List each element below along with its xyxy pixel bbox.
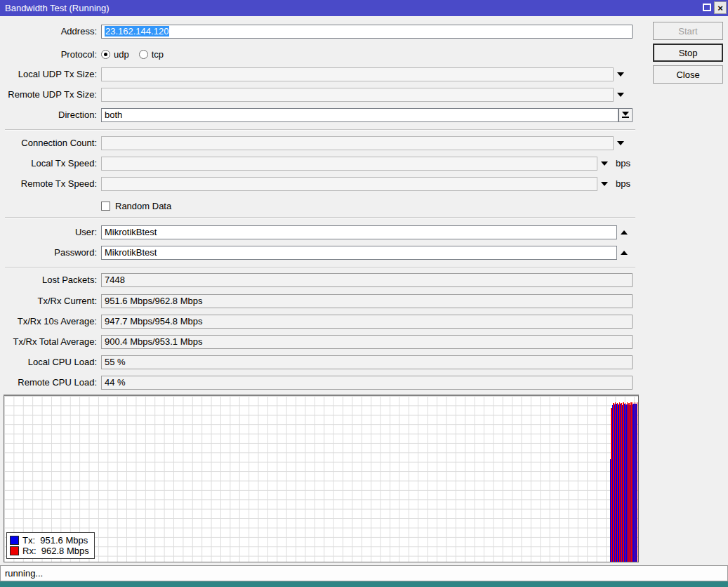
maximize-icon <box>703 4 711 11</box>
lost-packets-value: 7448 <box>105 275 125 285</box>
txrx-current-label: Tx/Rx Current: <box>0 296 101 306</box>
connection-count-label: Connection Count: <box>0 138 101 148</box>
remote-tx-speed-input[interactable] <box>101 177 597 191</box>
separator <box>5 267 635 268</box>
start-button[interactable]: Start <box>653 22 723 40</box>
chart-legend: Tx: 951.6 Mbps Rx: 962.8 Mbps <box>6 532 95 559</box>
address-input[interactable]: 23.162.144.120 <box>101 25 633 39</box>
txrx-10s-average-label: Tx/Rx 10s Average: <box>0 316 101 327</box>
user-collapse-icon[interactable] <box>617 225 631 239</box>
address-label: Address: <box>0 26 101 37</box>
tx-legend-label: Tx: 951.6 Mbps <box>22 535 88 546</box>
lost-packets-field: 7448 <box>101 273 633 287</box>
txrx-current-field: 951.6 Mbps/962.8 Mbps <box>101 294 633 308</box>
user-label: User: <box>0 227 101 237</box>
random-data-label: Random Data <box>115 201 171 211</box>
separator <box>5 129 635 131</box>
remote-udp-tx-size-input[interactable] <box>101 88 614 102</box>
protocol-tcp-radio[interactable] <box>139 50 148 59</box>
txrx-current-value: 951.6 Mbps/962.8 Mbps <box>105 296 202 306</box>
local-udp-tx-size-input[interactable] <box>101 67 614 81</box>
remote-udp-tx-size-label: Remote UDP Tx Size: <box>0 89 101 100</box>
bandwidth-test-window: Bandwidth Test (Running) × Address: 23.1… <box>0 0 728 587</box>
desktop-background-strip <box>0 581 728 587</box>
local-udp-tx-size-dropdown-icon[interactable] <box>614 67 628 81</box>
password-collapse-icon[interactable] <box>617 246 631 260</box>
status-text: running... <box>5 568 43 579</box>
local-tx-speed-input[interactable] <box>101 157 597 171</box>
chart-bars <box>610 396 637 562</box>
connection-count-input[interactable] <box>101 136 614 150</box>
separator <box>5 217 635 218</box>
direction-label: Direction: <box>0 110 101 120</box>
local-cpu-load-label: Local CPU Load: <box>0 357 101 367</box>
local-tx-speed-label: Local Tx Speed: <box>0 158 101 169</box>
titlebar[interactable]: Bandwidth Test (Running) × <box>0 0 728 16</box>
remote-cpu-load-field: 44 % <box>101 376 633 390</box>
local-tx-speed-dropdown-icon[interactable] <box>597 157 611 171</box>
status-bar: running... <box>0 565 728 581</box>
close-dialog-button[interactable]: Close <box>653 65 723 84</box>
tx-legend-swatch <box>10 536 19 545</box>
protocol-tcp-label: tcp <box>152 49 164 60</box>
user-input[interactable]: MikrotikBtest <box>101 225 617 239</box>
direction-dropdown-button[interactable] <box>618 108 633 122</box>
local-tx-speed-unit: bps <box>616 158 630 169</box>
protocol-label: Protocol: <box>0 49 101 60</box>
password-label: Password: <box>0 247 101 258</box>
rx-legend-label: Rx: 962.8 Mbps <box>22 546 89 556</box>
txrx-10s-average-field: 947.7 Mbps/954.8 Mbps <box>101 315 633 329</box>
local-udp-tx-size-label: Local UDP Tx Size: <box>0 69 101 79</box>
direction-value: both <box>105 110 122 120</box>
remote-tx-speed-label: Remote Tx Speed: <box>0 178 101 189</box>
window-title: Bandwidth Test (Running) <box>5 3 110 13</box>
chevron-down-icon <box>622 112 629 116</box>
remote-cpu-load-value: 44 % <box>105 377 126 388</box>
connection-count-dropdown-icon[interactable] <box>614 136 628 150</box>
protocol-udp-radio[interactable] <box>101 50 110 59</box>
local-cpu-load-value: 55 % <box>105 357 126 367</box>
close-button[interactable]: × <box>714 1 727 14</box>
txrx-10s-average-value: 947.7 Mbps/954.8 Mbps <box>105 316 202 327</box>
dropdown-underbar <box>622 117 629 118</box>
throughput-chart: Tx: 951.6 Mbps Rx: 962.8 Mbps <box>4 395 639 562</box>
user-value: MikrotikBtest <box>105 227 157 237</box>
remote-tx-speed-dropdown-icon[interactable] <box>597 177 611 191</box>
random-data-checkbox[interactable] <box>101 202 110 211</box>
protocol-udp-label: udp <box>114 49 129 60</box>
remote-udp-tx-size-dropdown-icon[interactable] <box>614 88 628 102</box>
rx-legend-swatch <box>10 546 19 555</box>
lost-packets-label: Lost Packets: <box>0 275 101 285</box>
remote-cpu-load-label: Remote CPU Load: <box>0 377 101 388</box>
close-icon: × <box>717 4 723 13</box>
address-value: 23.162.144.120 <box>105 26 169 37</box>
maximize-button[interactable] <box>701 1 713 13</box>
txrx-total-average-field: 900.4 Mbps/953.1 Mbps <box>101 335 633 349</box>
password-value: MikrotikBtest <box>105 247 157 258</box>
remote-tx-speed-unit: bps <box>616 178 630 189</box>
txrx-total-average-value: 900.4 Mbps/953.1 Mbps <box>105 336 202 347</box>
direction-input[interactable]: both <box>101 108 618 122</box>
stop-button[interactable]: Stop <box>653 44 723 62</box>
local-cpu-load-field: 55 % <box>101 355 633 369</box>
password-input[interactable]: MikrotikBtest <box>101 246 617 260</box>
txrx-total-average-label: Tx/Rx Total Average: <box>0 336 101 347</box>
